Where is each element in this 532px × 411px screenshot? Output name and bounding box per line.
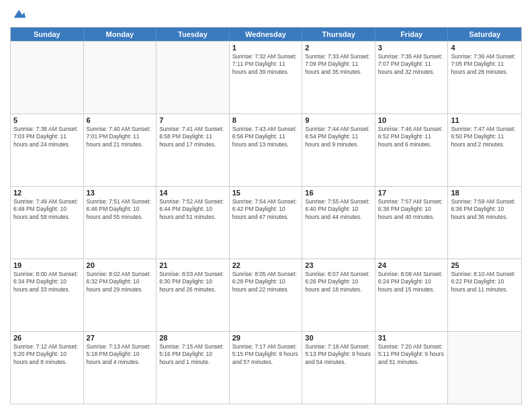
day-number: 25 bbox=[451, 261, 519, 269]
calendar-cell bbox=[448, 332, 521, 404]
day-number: 15 bbox=[232, 189, 300, 197]
day-info: Sunrise: 8:05 AM Sunset: 6:28 PM Dayligh… bbox=[232, 271, 300, 293]
calendar-cell: 16Sunrise: 7:55 AM Sunset: 6:40 PM Dayli… bbox=[302, 187, 375, 259]
calendar-cell: 28Sunrise: 7:15 AM Sunset: 5:16 PM Dayli… bbox=[157, 332, 230, 404]
calendar-cell: 11Sunrise: 7:47 AM Sunset: 6:50 PM Dayli… bbox=[448, 114, 521, 186]
calendar-cell: 6Sunrise: 7:40 AM Sunset: 7:01 PM Daylig… bbox=[84, 114, 157, 186]
day-info: Sunrise: 7:20 AM Sunset: 5:11 PM Dayligh… bbox=[378, 343, 445, 366]
day-number: 9 bbox=[305, 116, 372, 124]
day-number: 12 bbox=[13, 189, 81, 197]
day-number: 24 bbox=[378, 261, 445, 269]
calendar-row-4: 19Sunrise: 8:00 AM Sunset: 6:34 PM Dayli… bbox=[11, 259, 521, 331]
day-info: Sunrise: 7:44 AM Sunset: 6:54 PM Dayligh… bbox=[305, 126, 372, 148]
day-number: 17 bbox=[378, 189, 445, 197]
day-info: Sunrise: 7:43 AM Sunset: 6:56 PM Dayligh… bbox=[232, 126, 300, 148]
calendar-cell: 9Sunrise: 7:44 AM Sunset: 6:54 PM Daylig… bbox=[302, 114, 375, 186]
day-number: 6 bbox=[87, 116, 154, 124]
day-number: 10 bbox=[378, 116, 445, 124]
day-info: Sunrise: 7:51 AM Sunset: 6:46 PM Dayligh… bbox=[87, 198, 154, 221]
calendar-cell: 31Sunrise: 7:20 AM Sunset: 5:11 PM Dayli… bbox=[375, 332, 449, 404]
day-number: 20 bbox=[87, 261, 154, 269]
svg-marker-0 bbox=[14, 10, 26, 18]
day-number: 2 bbox=[305, 44, 372, 52]
day-number: 16 bbox=[305, 189, 372, 197]
day-number: 5 bbox=[13, 116, 81, 124]
calendar-cell bbox=[11, 42, 84, 113]
calendar-cell: 3Sunrise: 7:35 AM Sunset: 7:07 PM Daylig… bbox=[375, 42, 449, 113]
day-info: Sunrise: 7:55 AM Sunset: 6:40 PM Dayligh… bbox=[305, 198, 372, 221]
day-info: Sunrise: 8:07 AM Sunset: 6:26 PM Dayligh… bbox=[305, 271, 372, 293]
day-info: Sunrise: 7:18 AM Sunset: 5:13 PM Dayligh… bbox=[305, 343, 372, 366]
weekday-header-wednesday: Wednesday bbox=[230, 28, 303, 41]
calendar-cell: 30Sunrise: 7:18 AM Sunset: 5:13 PM Dayli… bbox=[302, 332, 375, 404]
calendar-cell: 13Sunrise: 7:51 AM Sunset: 6:46 PM Dayli… bbox=[84, 187, 157, 259]
day-info: Sunrise: 8:10 AM Sunset: 6:22 PM Dayligh… bbox=[451, 271, 519, 293]
day-number: 22 bbox=[232, 261, 300, 269]
calendar-cell: 29Sunrise: 7:17 AM Sunset: 5:15 PM Dayli… bbox=[230, 332, 303, 404]
day-number: 3 bbox=[378, 44, 445, 52]
day-info: Sunrise: 7:54 AM Sunset: 6:42 PM Dayligh… bbox=[232, 198, 300, 221]
day-number: 13 bbox=[87, 189, 154, 197]
day-info: Sunrise: 7:15 AM Sunset: 5:16 PM Dayligh… bbox=[159, 343, 226, 366]
calendar-cell: 2Sunrise: 7:33 AM Sunset: 7:09 PM Daylig… bbox=[302, 42, 375, 113]
day-info: Sunrise: 7:49 AM Sunset: 6:48 PM Dayligh… bbox=[13, 198, 81, 221]
day-info: Sunrise: 7:33 AM Sunset: 7:09 PM Dayligh… bbox=[305, 53, 372, 76]
day-number: 1 bbox=[232, 44, 300, 52]
day-number: 11 bbox=[451, 116, 519, 124]
weekday-header-monday: Monday bbox=[84, 28, 157, 41]
day-info: Sunrise: 8:02 AM Sunset: 6:32 PM Dayligh… bbox=[87, 271, 154, 293]
day-number: 7 bbox=[159, 116, 226, 124]
weekday-header-tuesday: Tuesday bbox=[157, 28, 230, 41]
weekday-header-thursday: Thursday bbox=[302, 28, 375, 41]
calendar-cell: 26Sunrise: 7:12 AM Sunset: 5:20 PM Dayli… bbox=[11, 332, 84, 404]
calendar-cell: 18Sunrise: 7:59 AM Sunset: 6:36 PM Dayli… bbox=[448, 187, 521, 259]
calendar-cell: 21Sunrise: 8:03 AM Sunset: 6:30 PM Dayli… bbox=[157, 259, 230, 331]
weekday-header-friday: Friday bbox=[375, 28, 449, 41]
day-info: Sunrise: 7:35 AM Sunset: 7:07 PM Dayligh… bbox=[378, 53, 445, 76]
day-number: 30 bbox=[305, 334, 372, 342]
day-number: 18 bbox=[451, 189, 519, 197]
calendar-cell: 8Sunrise: 7:43 AM Sunset: 6:56 PM Daylig… bbox=[230, 114, 303, 186]
day-info: Sunrise: 7:59 AM Sunset: 6:36 PM Dayligh… bbox=[451, 198, 519, 221]
calendar-cell: 10Sunrise: 7:46 AM Sunset: 6:52 PM Dayli… bbox=[375, 114, 449, 186]
calendar-row-5: 26Sunrise: 7:12 AM Sunset: 5:20 PM Dayli… bbox=[11, 331, 521, 404]
day-info: Sunrise: 7:40 AM Sunset: 7:01 PM Dayligh… bbox=[87, 126, 154, 148]
calendar-cell bbox=[157, 42, 230, 113]
calendar-cell: 24Sunrise: 8:08 AM Sunset: 6:24 PM Dayli… bbox=[375, 259, 449, 331]
day-info: Sunrise: 7:13 AM Sunset: 5:18 PM Dayligh… bbox=[87, 343, 154, 366]
calendar: SundayMondayTuesdayWednesdayThursdayFrid… bbox=[10, 27, 522, 404]
calendar-cell: 27Sunrise: 7:13 AM Sunset: 5:18 PM Dayli… bbox=[84, 332, 157, 404]
calendar-cell: 17Sunrise: 7:57 AM Sunset: 6:38 PM Dayli… bbox=[375, 187, 449, 259]
day-number: 21 bbox=[159, 261, 226, 269]
calendar-cell: 19Sunrise: 8:00 AM Sunset: 6:34 PM Dayli… bbox=[11, 259, 84, 331]
weekday-header-sunday: Sunday bbox=[11, 28, 84, 41]
calendar-row-1: 1Sunrise: 7:32 AM Sunset: 7:11 PM Daylig… bbox=[11, 41, 521, 113]
day-number: 28 bbox=[159, 334, 226, 342]
day-number: 27 bbox=[87, 334, 154, 342]
header bbox=[10, 7, 522, 21]
calendar-cell: 22Sunrise: 8:05 AM Sunset: 6:28 PM Dayli… bbox=[230, 259, 303, 331]
day-number: 23 bbox=[305, 261, 372, 269]
calendar-cell: 15Sunrise: 7:54 AM Sunset: 6:42 PM Dayli… bbox=[230, 187, 303, 259]
day-info: Sunrise: 7:47 AM Sunset: 6:50 PM Dayligh… bbox=[451, 126, 519, 148]
calendar-cell: 23Sunrise: 8:07 AM Sunset: 6:26 PM Dayli… bbox=[302, 259, 375, 331]
day-info: Sunrise: 7:46 AM Sunset: 6:52 PM Dayligh… bbox=[378, 126, 445, 148]
calendar-row-2: 5Sunrise: 7:38 AM Sunset: 7:03 PM Daylig… bbox=[11, 113, 521, 186]
logo-icon bbox=[11, 7, 26, 21]
day-info: Sunrise: 7:38 AM Sunset: 7:03 PM Dayligh… bbox=[13, 126, 81, 148]
weekday-header-saturday: Saturday bbox=[448, 28, 521, 41]
day-info: Sunrise: 7:17 AM Sunset: 5:15 PM Dayligh… bbox=[232, 343, 300, 366]
day-info: Sunrise: 7:36 AM Sunset: 7:05 PM Dayligh… bbox=[451, 53, 519, 76]
calendar-cell: 20Sunrise: 8:02 AM Sunset: 6:32 PM Dayli… bbox=[84, 259, 157, 331]
day-number: 29 bbox=[232, 334, 300, 342]
calendar-cell: 5Sunrise: 7:38 AM Sunset: 7:03 PM Daylig… bbox=[11, 114, 84, 186]
day-info: Sunrise: 7:52 AM Sunset: 6:44 PM Dayligh… bbox=[159, 198, 226, 221]
calendar-cell: 7Sunrise: 7:41 AM Sunset: 6:58 PM Daylig… bbox=[157, 114, 230, 186]
calendar-cell: 25Sunrise: 8:10 AM Sunset: 6:22 PM Dayli… bbox=[448, 259, 521, 331]
logo bbox=[10, 7, 26, 21]
day-number: 31 bbox=[378, 334, 445, 342]
day-info: Sunrise: 8:00 AM Sunset: 6:34 PM Dayligh… bbox=[13, 271, 81, 293]
calendar-cell: 1Sunrise: 7:32 AM Sunset: 7:11 PM Daylig… bbox=[230, 42, 303, 113]
day-number: 4 bbox=[451, 44, 519, 52]
day-info: Sunrise: 7:12 AM Sunset: 5:20 PM Dayligh… bbox=[13, 343, 81, 366]
